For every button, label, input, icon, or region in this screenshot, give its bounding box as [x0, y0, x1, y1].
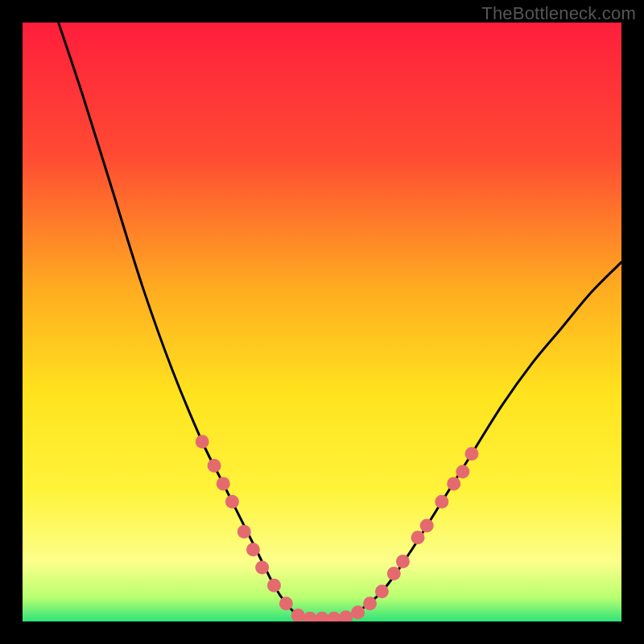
curve-marker	[465, 447, 479, 460]
curve-marker	[217, 477, 230, 490]
plot-area	[23, 23, 621, 621]
curve-marker	[279, 597, 293, 610]
curve-marker	[387, 567, 401, 580]
curve-marker	[225, 495, 239, 509]
curve-marker	[237, 525, 251, 539]
curve-marker	[246, 543, 260, 556]
curve-marker	[456, 465, 469, 479]
curve-marker	[196, 435, 209, 448]
chart-frame: TheBottleneck.com	[0, 0, 644, 644]
watermark-text: TheBottleneck.com	[481, 3, 636, 24]
curve-marker	[420, 518, 434, 532]
curve-marker	[396, 555, 410, 568]
gradient-background	[23, 23, 621, 621]
curve-marker	[447, 477, 460, 490]
curve-marker	[208, 459, 221, 473]
curve-marker	[267, 579, 281, 592]
bottleneck-chart	[23, 23, 621, 621]
curve-marker	[351, 605, 365, 619]
curve-marker	[411, 530, 425, 544]
curve-marker	[435, 495, 448, 509]
curve-marker	[255, 561, 269, 575]
curve-marker	[375, 584, 389, 598]
curve-marker	[363, 597, 377, 610]
